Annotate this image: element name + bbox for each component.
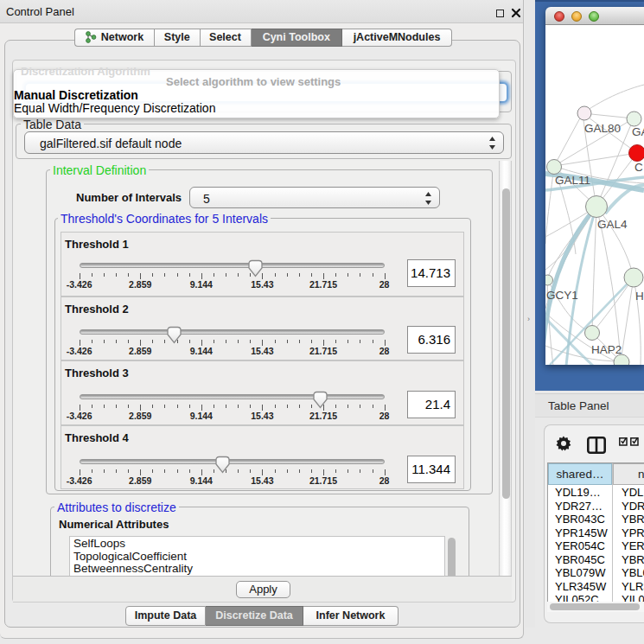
svg-text:GAL4: GAL4 bbox=[597, 218, 628, 231]
svg-text:GAL80: GAL80 bbox=[584, 122, 621, 135]
svg-text:H: H bbox=[635, 290, 644, 303]
svg-text:GA: GA bbox=[632, 125, 644, 138]
svg-text:GAL11: GAL11 bbox=[555, 174, 590, 187]
svg-text:GCY1: GCY1 bbox=[546, 289, 578, 302]
svg-text:C: C bbox=[634, 161, 643, 174]
svg-text:HAP2: HAP2 bbox=[591, 343, 622, 356]
